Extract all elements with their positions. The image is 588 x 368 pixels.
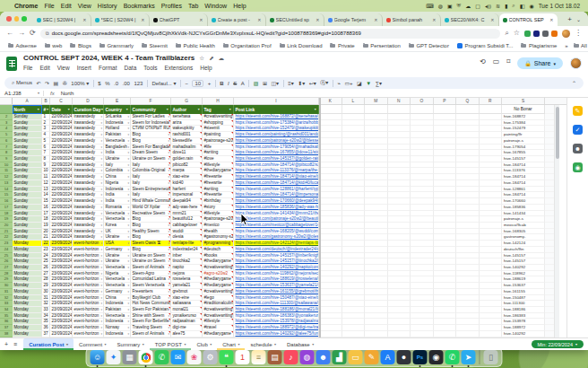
empty-cell[interactable] [342,180,366,187]
decrease-decimal-button[interactable]: .0 [114,81,118,86]
empty-cell[interactable] [480,114,503,120]
empty-cell[interactable] [456,114,480,120]
row-number[interactable]: 17 [0,205,13,211]
dropdown-icon[interactable]: ▾ [100,271,102,277]
menubar-item-file[interactable]: File [44,3,54,9]
empty-cell[interactable] [434,205,457,211]
cell-community[interactable]: Blog▾ [131,247,171,253]
sheets-logo-icon[interactable] [6,57,17,71]
empty-header-cell[interactable] [342,105,366,114]
empty-cell[interactable] [456,276,480,283]
site-info-icon[interactable]: ⧉ [46,31,49,37]
empty-cell[interactable] [388,211,411,217]
cell-ref[interactable]: hive-118962 [502,271,545,277]
cell-day[interactable]: Sunday [13,120,42,127]
empty-cell[interactable] [411,276,434,283]
filter-icon[interactable]: ▼ [46,108,48,111]
cell-link[interactable]: https://steemit.com/hive-184714/@xiao-ei… [234,174,319,180]
notes-icon[interactable]: ≡ [252,350,266,364]
cell-ref[interactable]: hive-150487 [502,295,545,302]
cell-tag[interactable]: #life [203,145,234,151]
maps-icon[interactable]: ◉ [573,162,583,172]
cell-link[interactable]: https://steemit.com/painting/@rashid001/… [234,132,319,138]
empty-cell[interactable] [434,168,457,174]
dropdown-icon[interactable]: ▾ [100,313,102,320]
cell-country[interactable]: Norway▾ [104,325,131,331]
messages-icon[interactable]: ❝ [220,350,234,364]
menu-help[interactable]: Help [200,65,212,71]
cell-tag[interactable]: #freewrite [203,180,234,187]
empty-cell[interactable] [411,223,434,229]
dropdown-icon[interactable]: ▾ [168,253,169,259]
dropdown-icon[interactable]: ▾ [100,319,102,325]
address-bar[interactable]: ⧉ docs.google.com/spreadsheets/d/1fQvQMj… [40,29,501,39]
telegram-icon[interactable]: ➤ [462,350,476,364]
column-letter-G[interactable]: G [171,98,203,104]
empty-cell[interactable] [342,126,366,132]
column-letter-L[interactable]: L [342,98,366,104]
empty-cell[interactable] [411,126,434,132]
insert-link-button[interactable]: ⌁ [337,80,341,86]
empty-cell[interactable] [365,265,388,271]
sheet-tab-menu-icon[interactable]: ▾ [143,342,144,346]
dropdown-icon[interactable]: ▾ [127,247,129,253]
empty-cell[interactable] [365,229,388,235]
cell-curator[interactable]: event-horizon▾ [73,253,104,259]
empty-cell[interactable] [411,319,434,325]
cell-link[interactable]: https://steemit.com/hive-145157/@inber/k… [234,253,319,259]
tab-close-icon[interactable]: ✕ [432,17,436,22]
post-link[interactable]: https://steemit.com/hive-184714/@pibico8… [236,162,320,167]
cell-num[interactable]: 9 [42,162,50,169]
empty-cell[interactable] [342,145,366,151]
cell-day[interactable]: Sunday [13,223,42,229]
dropdown-icon[interactable]: ▾ [127,258,129,265]
menus-search-button[interactable]: ⌕ Menus [12,80,32,86]
dropdown-icon[interactable]: ▾ [127,289,129,295]
cell-link[interactable]: https://steemit.com/hive-186383/@yonaike… [234,313,319,320]
cell-curator[interactable]: irawandedy▾ [73,150,104,156]
empty-cell[interactable] [319,247,342,253]
cell-curator[interactable]: event-horizon▾ [73,258,104,265]
keep-icon[interactable]: ✎ [573,106,583,116]
bookmark-persentation[interactable]: Persentation [363,43,401,48]
cell-community[interactable]: Steem of Animals▾ [131,265,171,271]
cell-author[interactable]: beautiful12 [171,216,203,223]
cell-curator[interactable]: event-horizon▾ [73,265,104,271]
cell-date[interactable]: 22/09/2024 [50,132,73,138]
dropdown-icon[interactable]: ▾ [100,205,102,211]
cell-author[interactable]: senehasa [171,114,203,120]
cell-day[interactable]: Monday [13,301,42,307]
cell-day[interactable]: Monday [13,241,42,247]
post-link[interactable]: https://steemit.com/hive-184714/@xiao-ei… [236,174,320,179]
dropdown-icon[interactable]: ▾ [168,258,169,265]
empty-cell[interactable] [365,138,388,145]
cell-link[interactable]: https://steemit.com/hive-140292/@alee75/… [234,331,319,337]
cell-tag[interactable]: #thediarygame [203,258,234,265]
cell-ref[interactable]: hive-188619 [502,276,545,283]
cell-community[interactable]: Steem for Indonesia▾ [131,120,171,127]
font-select[interactable]: Defaul... ▾ [151,80,176,86]
row-number[interactable]: 32 [0,295,13,302]
empty-cell[interactable] [434,162,457,169]
empty-cell[interactable] [319,331,342,337]
dropdown-icon[interactable]: ▾ [168,276,169,283]
bookmark-private[interactable]: Private [330,43,354,48]
dropdown-icon[interactable]: ▾ [100,283,102,289]
empty-cell[interactable] [365,234,388,241]
dictionary-icon[interactable]: ● [397,350,411,364]
dropdown-icon[interactable]: ▾ [168,325,169,331]
cell-day[interactable]: Sunday [13,216,42,223]
podcasts-icon[interactable]: ◍ [300,350,315,364]
cell-tag[interactable]: #lifestyle [203,319,234,325]
back-icon[interactable]: ← [6,30,13,37]
empty-cell[interactable] [388,276,411,283]
cell-day[interactable]: Monday [13,295,42,302]
cell-curator[interactable]: event-horizon▾ [73,307,104,313]
cell-num[interactable]: 8 [42,156,50,162]
cell-num[interactable]: 4 [42,132,50,138]
cell-ref[interactable]: hive-153637 [502,283,545,289]
vertical-align-button[interactable]: ⬍▾ [298,80,305,86]
empty-cell[interactable] [480,289,503,295]
empty-cell[interactable] [434,289,457,295]
name-box[interactable]: A1:J38▾ [4,91,44,96]
